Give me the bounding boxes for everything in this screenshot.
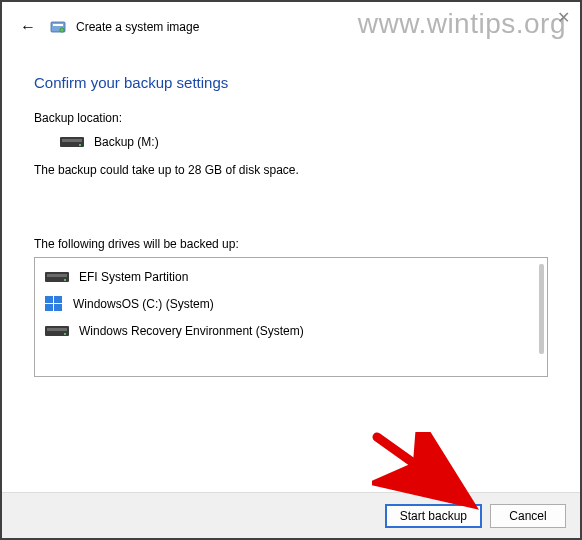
scrollbar[interactable] [539, 264, 544, 354]
close-icon[interactable]: ✕ [557, 8, 570, 27]
svg-rect-12 [54, 304, 62, 311]
svg-point-2 [60, 28, 64, 32]
svg-rect-10 [54, 296, 62, 303]
cancel-button[interactable]: Cancel [490, 504, 566, 528]
hard-drive-icon [60, 135, 84, 149]
backup-location-value: Backup (M:) [94, 135, 159, 149]
drive-name: WindowsOS (C:) (System) [73, 297, 214, 311]
backup-location-row: Backup (M:) [60, 135, 548, 149]
titlebar: ← Create a system image ✕ [2, 2, 580, 42]
svg-rect-11 [45, 304, 53, 311]
hard-drive-icon [45, 270, 69, 284]
svg-rect-7 [47, 274, 67, 277]
drives-listbox[interactable]: EFI System Partition WindowsOS (C:) (Sys… [34, 257, 548, 377]
window-title: Create a system image [76, 20, 199, 34]
drives-list-label: The following drives will be backed up: [34, 237, 548, 251]
svg-rect-4 [62, 139, 82, 142]
svg-point-15 [64, 333, 66, 335]
backup-location-label: Backup location: [34, 111, 548, 125]
list-item[interactable]: WindowsOS (C:) (System) [43, 290, 529, 318]
back-arrow-icon[interactable]: ← [16, 16, 40, 38]
svg-point-8 [64, 279, 66, 281]
svg-point-5 [79, 144, 81, 146]
button-bar: Start backup Cancel [2, 492, 580, 538]
hard-drive-icon [45, 324, 69, 338]
windows-logo-icon [45, 296, 63, 312]
svg-rect-9 [45, 296, 53, 303]
size-estimate-text: The backup could take up to 28 GB of dis… [34, 163, 548, 177]
app-icon [50, 19, 66, 35]
content-area: Confirm your backup settings Backup loca… [2, 42, 580, 387]
svg-rect-1 [53, 24, 63, 26]
list-item[interactable]: Windows Recovery Environment (System) [43, 318, 529, 344]
drive-name: Windows Recovery Environment (System) [79, 324, 304, 338]
drive-name: EFI System Partition [79, 270, 188, 284]
svg-rect-14 [47, 328, 67, 331]
start-backup-button[interactable]: Start backup [385, 504, 482, 528]
list-item[interactable]: EFI System Partition [43, 264, 529, 290]
page-heading: Confirm your backup settings [34, 74, 548, 91]
